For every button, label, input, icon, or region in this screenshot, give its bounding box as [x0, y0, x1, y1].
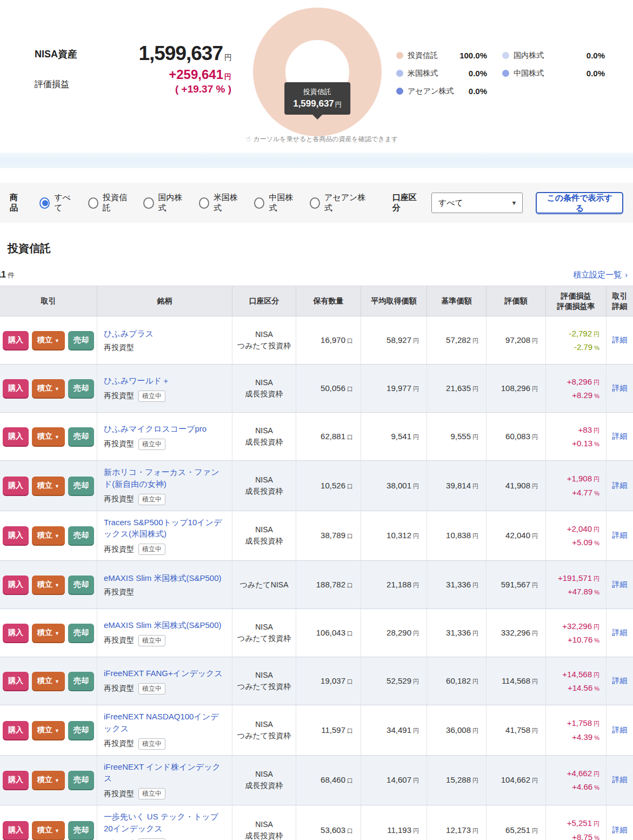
caret-down-icon: ▼ [55, 533, 59, 539]
radio-asean[interactable]: アセアン株式 [310, 193, 369, 213]
radio-beikoku-icon[interactable] [199, 197, 209, 209]
buy-button[interactable]: 購入 [3, 672, 29, 690]
fund-name-link[interactable]: iFreeNEXT NASDAQ100インデックス [104, 711, 226, 735]
buy-button[interactable]: 購入 [3, 576, 29, 594]
sell-button[interactable]: 売却 [68, 672, 94, 690]
account-type-cell: NISA つみたて投資枠 [232, 609, 296, 657]
tsumitate-button[interactable]: 積立▼ [32, 477, 65, 495]
tsumitate-button[interactable]: 積立▼ [32, 771, 65, 789]
sell-button[interactable]: 売却 [68, 477, 94, 495]
asset-donut-chart[interactable]: 投資信託 1,599,637円 [253, 8, 382, 136]
caret-down-icon: ▼ [55, 778, 59, 783]
account-type-cell: NISA 成長投資枠 [232, 756, 296, 805]
radio-all[interactable]: すべて [39, 193, 76, 213]
tsumitate-button[interactable]: 積立▼ [32, 331, 65, 349]
detail-cell: 詳細 [607, 461, 633, 511]
buy-button[interactable]: 購入 [3, 771, 29, 789]
reinvest-type-label: 再投資型 [104, 439, 134, 449]
sell-button[interactable]: 売却 [68, 331, 94, 349]
apply-filter-button[interactable]: この条件で表示する [536, 192, 623, 214]
detail-cell: 詳細 [607, 413, 633, 460]
detail-link[interactable]: 詳細 [612, 676, 628, 686]
detail-link[interactable]: 詳細 [612, 775, 628, 785]
buy-button[interactable]: 購入 [3, 624, 29, 642]
fund-name-cell: eMAXIS Slim 米国株式(S&P500) 再投資型 [97, 561, 232, 608]
legend-item-chugoku: 中国株式 0.0% [502, 64, 605, 82]
tsumitate-button[interactable]: 積立▼ [32, 526, 65, 545]
value-cell: 41,908円 [487, 461, 546, 511]
hover-hint: ☝カーソルを乗せると各商品の資産を確認できます [246, 134, 397, 144]
radio-kokunai[interactable]: 国内株式 [143, 193, 186, 213]
detail-cell: 詳細 [607, 657, 633, 705]
sell-button[interactable]: 売却 [68, 721, 94, 739]
quantity-cell: 53,603口 [296, 805, 361, 840]
detail-link[interactable]: 詳細 [612, 825, 628, 835]
detail-link[interactable]: 詳細 [612, 383, 628, 393]
nav-cell: 12,173円 [427, 805, 487, 840]
detail-link[interactable]: 詳細 [612, 531, 628, 540]
radio-chugoku-icon[interactable] [254, 197, 264, 209]
detail-link[interactable]: 詳細 [612, 335, 628, 345]
fund-name-link[interactable]: iFreeNEXT インド株インデックス [104, 761, 226, 785]
tsumitate-button[interactable]: 積立▼ [32, 624, 65, 642]
detail-link[interactable]: 詳細 [612, 481, 628, 491]
legend-item-toushin: 投資信託 100.0% [396, 47, 487, 64]
caret-down-icon: ▼ [55, 828, 59, 834]
tsumitate-button[interactable]: 積立▼ [32, 721, 65, 739]
section-title: 投資信託 [0, 223, 633, 256]
detail-link[interactable]: 詳細 [612, 580, 628, 590]
radio-toushin[interactable]: 投資信託 [88, 193, 131, 213]
sell-button[interactable]: 売却 [68, 771, 94, 789]
buy-button[interactable]: 購入 [3, 721, 29, 739]
buy-button[interactable]: 購入 [3, 821, 29, 839]
fund-name-link[interactable]: 新ホリコ・フォーカス・ファンド(新自由の女神) [104, 466, 226, 490]
sell-button[interactable]: 売却 [68, 821, 94, 839]
detail-link[interactable]: 詳細 [612, 432, 628, 441]
account-type-cell: NISA 成長投資枠 [232, 365, 296, 412]
tsumitate-settings-link[interactable]: 積立設定一覧› [573, 270, 628, 280]
pl-cell: +32,296円 +10.76% [546, 609, 607, 657]
value-cell: 332,296円 [487, 609, 546, 657]
quantity-cell: 62,881口 [296, 413, 361, 460]
tsumitate-active-badge: 積立中 [138, 788, 165, 799]
radio-toushin-icon[interactable] [88, 197, 98, 209]
buy-button[interactable]: 購入 [3, 477, 29, 495]
fund-name-link[interactable]: ひふみマイクロスコープpro [104, 423, 206, 435]
sell-button[interactable]: 売却 [68, 427, 94, 446]
buy-button[interactable]: 購入 [3, 379, 29, 398]
fund-name-link[interactable]: Tracers S&P500トップ10インデックス(米国株式) [104, 517, 226, 540]
fund-name-link[interactable]: eMAXIS Slim 米国株式(S&P500) [104, 619, 222, 631]
value-cell: 65,251円 [487, 805, 546, 840]
detail-link[interactable]: 詳細 [612, 725, 628, 735]
sell-button[interactable]: 売却 [68, 379, 94, 398]
sell-button[interactable]: 売却 [68, 526, 94, 545]
sell-button[interactable]: 売却 [68, 576, 94, 594]
sell-button[interactable]: 売却 [68, 624, 94, 642]
buy-button[interactable]: 購入 [3, 526, 29, 545]
radio-beikoku[interactable]: 米国株式 [199, 193, 242, 213]
fund-name-link[interactable]: ひふみプラス [104, 328, 154, 340]
tsumitate-button[interactable]: 積立▼ [32, 821, 65, 839]
radio-all-icon[interactable] [39, 197, 50, 209]
avg-price-cell: 28,290円 [361, 609, 427, 657]
tsumitate-button[interactable]: 積立▼ [32, 379, 65, 398]
radio-chugoku[interactable]: 中国株式 [254, 193, 297, 213]
detail-link[interactable]: 詳細 [612, 628, 628, 638]
fund-name-link[interactable]: ひふみワールド＋ [104, 375, 170, 387]
tsumitate-button[interactable]: 積立▼ [32, 427, 65, 446]
avg-price-cell: 34,491円 [361, 705, 427, 755]
buy-button[interactable]: 購入 [3, 427, 29, 446]
radio-kokunai-icon[interactable] [143, 197, 154, 209]
fund-name-link[interactable]: eMAXIS Slim 米国株式(S&P500) [104, 572, 222, 584]
header-quantity: 保有数量 [296, 286, 361, 316]
radio-asean-icon[interactable] [310, 197, 320, 209]
account-select[interactable]: すべて ▼ [431, 193, 523, 213]
pl-cell: +1,758円 +4.39% [546, 705, 607, 755]
fund-name-link[interactable]: iFreeNEXT FANG+インデックス [104, 667, 223, 679]
buy-button[interactable]: 購入 [3, 331, 29, 349]
tsumitate-button[interactable]: 積立▼ [32, 576, 65, 594]
caret-down-icon: ▼ [55, 679, 59, 684]
tsumitate-button[interactable]: 積立▼ [32, 672, 65, 690]
fund-name-link[interactable]: 一歩先いく US テック・トップ20インデックス [104, 811, 226, 835]
fund-name-cell: iFreeNEXT インド株インデックス 再投資型 積立中 [97, 756, 232, 805]
